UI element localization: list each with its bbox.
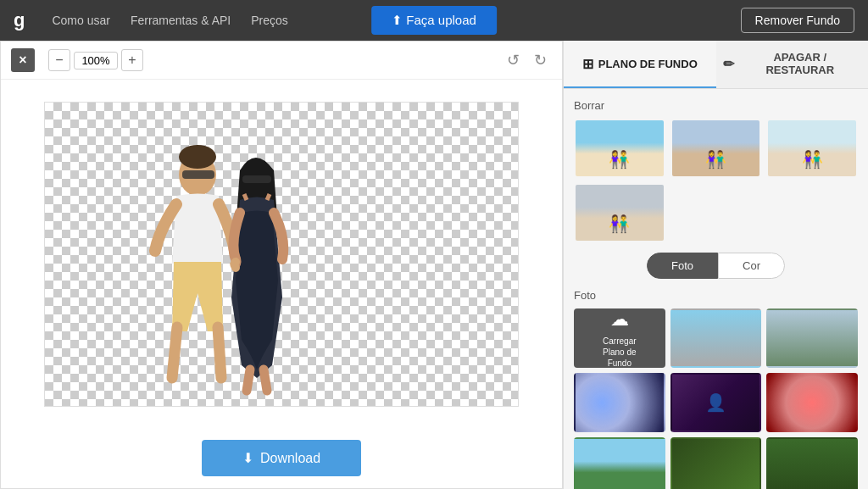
logo: g (14, 9, 25, 31)
bg-purple-figure: 👤 (705, 392, 726, 413)
svg-rect-4 (242, 175, 271, 183)
upload-top-button[interactable]: ⬆ Faça upload (371, 6, 497, 35)
bg-bokeh-thumb[interactable] (574, 373, 665, 432)
tab-plano-fundo-label: PLANO DE FUNDO (598, 58, 698, 70)
download-icon: ⬇ (242, 450, 253, 466)
upload-cloud-icon: ☁ (610, 308, 629, 331)
nav-link-precos[interactable]: Preços (251, 14, 288, 27)
toolbar: × − + ↺ ↻ (1, 42, 562, 80)
borrar-thumb-3[interactable]: 👫 (766, 119, 858, 178)
zoom-plus-button[interactable]: + (121, 49, 143, 71)
svg-rect-1 (182, 170, 214, 179)
image-canvas (1, 80, 562, 428)
borrar-thumb-2[interactable]: 👫 (670, 119, 762, 178)
canvas-panel: × − + ↺ ↻ (0, 41, 563, 489)
thumb-figures-2: 👫 (705, 149, 726, 169)
thumb-figures-3: 👫 (802, 149, 823, 169)
checkerboard-bg (44, 102, 519, 407)
panel-tabs: ⊞ PLANO DE FUNDO ✏ APAGAR / RESTAURAR (564, 41, 868, 89)
bg-mountain-thumb[interactable] (766, 308, 858, 368)
zoom-value-input[interactable] (74, 52, 118, 69)
close-button[interactable]: × (11, 48, 35, 72)
download-button[interactable]: ⬇ Download (202, 440, 361, 476)
bg-green-thumb[interactable] (766, 437, 858, 489)
bg-city-thumb[interactable] (670, 308, 762, 368)
tab-apagar-restaurar-label: APAGAR / RESTAURAR (739, 51, 862, 76)
thumb-figures-1: 👫 (609, 149, 630, 169)
top-nav: g Como usar Ferramentas & API Preços ⬆ F… (0, 0, 868, 41)
bg-grapes-thumb[interactable] (670, 437, 762, 489)
svg-point-2 (179, 145, 216, 169)
upload-bg-label: CarregarPlano deFundo (603, 336, 636, 369)
borrar-section-label: Borrar (574, 99, 858, 112)
tab-plano-fundo[interactable]: ⊞ PLANO DE FUNDO (564, 41, 716, 88)
undo-button[interactable]: ↺ (501, 48, 525, 72)
bg-purple-thumb[interactable]: 👤 (670, 373, 762, 432)
bg-landscape-thumb[interactable] (574, 437, 665, 489)
thumb-figures-4: 👫 (609, 214, 630, 234)
tab-apagar-restaurar[interactable]: ✏ APAGAR / RESTAURAR (716, 41, 869, 88)
foto-section-label: Foto (574, 289, 858, 302)
bg-red-thumb[interactable] (766, 373, 858, 432)
borrar-thumbnails-grid: 👫 👫 👫 👫 (574, 119, 858, 242)
editor-container: × − + ↺ ↻ (0, 41, 868, 489)
zoom-controls: − + (48, 49, 143, 71)
nav-link-ferramentas[interactable]: Ferramentas & API (131, 14, 231, 27)
download-area: ⬇ Download (1, 428, 562, 488)
toggle-cor-button[interactable]: Cor (718, 253, 785, 279)
panel-content: Borrar 👫 👫 👫 (564, 89, 868, 489)
upload-bg-button[interactable]: ☁ CarregarPlano deFundo (574, 308, 665, 368)
subject-image (130, 128, 316, 399)
nav-links: Como usar Ferramentas & API Preços (52, 14, 287, 27)
layers-icon: ⊞ (582, 56, 593, 72)
zoom-minus-button[interactable]: − (48, 49, 70, 71)
nav-link-como-usar[interactable]: Como usar (52, 14, 109, 27)
toggle-foto-button[interactable]: Foto (647, 253, 718, 279)
foto-cor-toggle: Foto Cor (574, 253, 858, 279)
history-controls: ↺ ↻ (501, 48, 552, 72)
redo-button[interactable]: ↻ (528, 48, 552, 72)
bg-options-grid: ☁ CarregarPlano deFundo 👤 (574, 308, 858, 489)
pen-icon: ✏ (723, 56, 734, 72)
download-label: Download (260, 451, 320, 466)
borrar-thumb-1[interactable]: 👫 (574, 119, 665, 178)
borrar-thumb-4[interactable]: 👫 (574, 183, 665, 242)
right-panel: ⊞ PLANO DE FUNDO ✏ APAGAR / RESTAURAR Bo… (563, 41, 868, 489)
remove-bg-button[interactable]: Remover Fundo (741, 8, 854, 33)
